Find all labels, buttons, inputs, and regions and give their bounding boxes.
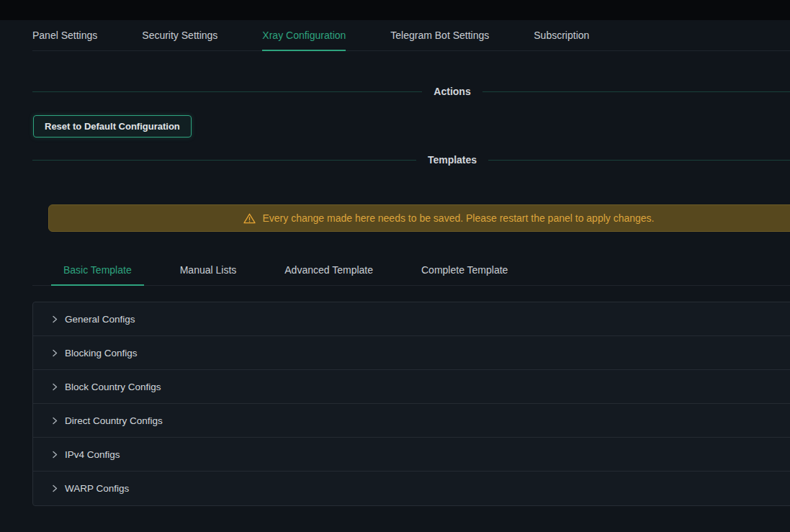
chevron-right-icon	[51, 451, 58, 459]
reset-default-config-button[interactable]: Reset to Default Configuration	[33, 115, 192, 137]
tab-advanced-template[interactable]: Advanced Template	[272, 255, 385, 285]
tab-subscription[interactable]: Subscription	[534, 20, 589, 50]
divider-line	[482, 91, 790, 92]
accordion-label: Block Country Configs	[65, 382, 161, 392]
config-accordion: General Configs Blocking Configs Block C…	[32, 302, 790, 506]
templates-divider-label: Templates	[416, 154, 488, 166]
settings-tab-bar: Panel Settings Security Settings Xray Co…	[32, 20, 790, 51]
accordion-label: Blocking Configs	[65, 348, 138, 359]
tab-xray-configuration[interactable]: Xray Configuration	[262, 20, 346, 50]
chevron-right-icon	[51, 417, 58, 425]
chevron-right-icon	[51, 484, 58, 492]
chevron-right-icon	[51, 315, 58, 323]
tab-basic-template[interactable]: Basic Template	[51, 255, 144, 285]
warning-icon	[243, 213, 256, 224]
template-tab-bar: Basic Template Manual Lists Advanced Tem…	[32, 255, 790, 286]
tab-telegram-bot-settings[interactable]: Telegram Bot Settings	[390, 20, 489, 50]
accordion-header-direct-country-configs[interactable]: Direct Country Configs	[33, 404, 790, 438]
accordion-header-block-country-configs[interactable]: Block Country Configs	[33, 370, 790, 404]
actions-divider-label: Actions	[422, 86, 482, 97]
tab-complete-template[interactable]: Complete Template	[409, 255, 520, 285]
xray-configuration-page: Panel Settings Security Settings Xray Co…	[0, 0, 790, 532]
accordion-header-ipv4-configs[interactable]: IPv4 Configs	[33, 438, 790, 472]
divider-line	[32, 91, 422, 92]
templates-divider: Templates	[32, 153, 790, 167]
accordion-header-warp-configs[interactable]: WARP Configs	[33, 472, 790, 505]
tab-panel-settings[interactable]: Panel Settings	[32, 20, 97, 50]
restart-warning-alert: Every change made here needs to be saved…	[48, 204, 790, 232]
divider-line	[32, 160, 416, 161]
accordion-header-general-configs[interactable]: General Configs	[33, 302, 790, 336]
top-window-strip	[0, 0, 790, 20]
accordion-label: WARP Configs	[65, 483, 129, 494]
chevron-right-icon	[51, 383, 58, 391]
warning-text: Every change made here needs to be saved…	[262, 212, 654, 224]
divider-line	[488, 160, 790, 161]
accordion-label: IPv4 Configs	[65, 449, 120, 460]
tab-manual-lists[interactable]: Manual Lists	[168, 255, 249, 285]
accordion-header-blocking-configs[interactable]: Blocking Configs	[33, 336, 790, 370]
actions-divider: Actions	[32, 84, 790, 99]
accordion-label: General Configs	[65, 314, 135, 325]
accordion-label: Direct Country Configs	[65, 415, 163, 426]
chevron-right-icon	[51, 349, 58, 357]
tab-security-settings[interactable]: Security Settings	[142, 20, 217, 50]
